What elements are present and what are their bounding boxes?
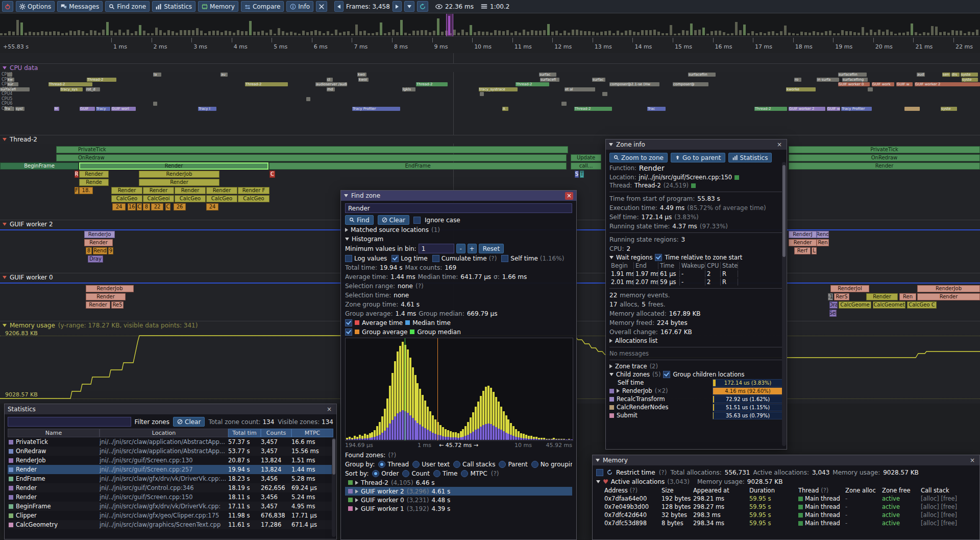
checkbox[interactable] xyxy=(501,255,508,262)
cpu-segment[interactable]: dis xyxy=(951,73,960,77)
find-zone-button[interactable]: Find zone xyxy=(105,1,150,12)
zone-onredraw[interactable]: OnRedraw xyxy=(789,154,980,161)
cpu-segment[interactable]: syste xyxy=(941,107,957,111)
scrollbar-thumb[interactable] xyxy=(782,165,786,257)
group-by-parent[interactable]: Parent xyxy=(499,461,527,468)
column-thread[interactable]: Thread(?) xyxy=(798,487,845,494)
column-size[interactable]: Size xyxy=(662,487,693,494)
zone-render[interactable]: Render xyxy=(866,293,898,300)
checkbox[interactable] xyxy=(391,255,399,262)
matched-locations-row[interactable]: Matched source locations (1) xyxy=(345,225,572,234)
cpu-segment[interactable]: Tracy Profiler xyxy=(841,107,872,111)
zone-render[interactable]: Render xyxy=(143,187,174,194)
cpu-segment[interactable]: au xyxy=(220,73,228,77)
group-by-no-grouping[interactable]: No grouping xyxy=(531,461,572,468)
prev-frame-button[interactable] xyxy=(334,1,344,12)
cpu-segment[interactable]: surfacefl xyxy=(0,87,30,91)
zone-privatetick[interactable]: PrivateTick xyxy=(789,146,980,153)
sort-by-order[interactable]: Order xyxy=(372,470,399,477)
cpu-segment[interactable]: composer@ xyxy=(673,82,708,86)
find-zone-titlebar[interactable]: Find zone × xyxy=(341,191,576,201)
zone-render[interactable]: Render xyxy=(84,239,113,246)
zone-18-[interactable]: 18. xyxy=(79,187,93,194)
collapse-icon[interactable] xyxy=(345,238,349,241)
zone-9[interactable]: 9 xyxy=(108,247,113,254)
cpu-segment[interactable]: Thread-2 xyxy=(516,82,549,86)
histogram-section-row[interactable]: Histogram xyxy=(345,234,572,243)
close-icon[interactable]: × xyxy=(325,406,333,413)
zone-render[interactable]: Render xyxy=(917,293,980,300)
column-zone-free[interactable]: Zone free xyxy=(882,487,921,494)
checkbox[interactable] xyxy=(345,255,352,262)
histogram-plot[interactable] xyxy=(345,338,573,441)
options-button[interactable]: Options xyxy=(16,1,55,12)
option-cumulate-time[interactable]: Cumulate time(?) xyxy=(432,255,497,262)
cpu-segment[interactable]: tracy_sys xyxy=(60,87,83,91)
collapse-icon[interactable] xyxy=(3,276,7,279)
cpu-segment[interactable] xyxy=(561,102,567,106)
cpu-segment[interactable]: GUIF work xyxy=(872,82,894,86)
zone-trace-row[interactable]: Zone trace (2) xyxy=(609,362,783,370)
allocation-row[interactable]: 0x7dfaa64e00192 bytes298.21 ms59.95 sMai… xyxy=(596,495,976,503)
time-ruler[interactable]: +55.83 s 1 ms2 ms3 ms4 ms5 ms6 ms7 ms8 m… xyxy=(0,37,980,54)
zone-t[interactable]: T xyxy=(580,171,584,178)
zone-rend[interactable]: Rend xyxy=(93,247,107,254)
goto-frame-button[interactable] xyxy=(417,1,428,12)
collapse-icon[interactable] xyxy=(344,194,348,197)
table-row[interactable]: Clipperjni/../jni/src/claw/gfx/geo/Clipp… xyxy=(8,511,333,520)
zone-render[interactable]: Render xyxy=(79,171,109,178)
zone-onredraw[interactable]: OnRedraw xyxy=(56,154,567,161)
zone-render[interactable]: Render xyxy=(789,239,817,246)
cpu-segment[interactable]: A xyxy=(502,107,508,111)
checkbox[interactable] xyxy=(345,328,352,336)
clear-button[interactable]: Clear xyxy=(378,215,409,225)
cpu-segment[interactable]: aud xyxy=(917,73,925,77)
messages-button[interactable]: Messages xyxy=(57,1,103,12)
cpu-segment[interactable]: syste xyxy=(961,73,978,77)
zone-8[interactable]: 8 xyxy=(86,247,92,254)
cpu-segment[interactable]: Trac xyxy=(647,107,666,111)
memory-button[interactable]: Memory xyxy=(198,1,238,12)
cpu-segment[interactable]: GUIF worker 2 xyxy=(915,82,980,86)
zone-renderjo[interactable]: RenderJo xyxy=(84,231,115,238)
sort-by-time[interactable]: Time xyxy=(433,470,457,477)
frames-counter[interactable]: Frames: 3,458 xyxy=(346,3,390,10)
next-frame-button[interactable] xyxy=(393,1,402,12)
source-location[interactable]: jni/../jni/src/guif/Screen.cpp:150 xyxy=(639,174,732,181)
cpu-segment[interactable]: syste xyxy=(962,78,978,82)
frame-overview-strip[interactable] xyxy=(0,14,980,37)
zone-calcgeo[interactable]: CalcGeo xyxy=(238,195,270,202)
zone-c[interactable]: C xyxy=(165,203,170,210)
zone-dra[interactable]: Dra xyxy=(829,301,838,309)
zone-24[interactable]: 24 xyxy=(206,203,218,210)
callstack-cell[interactable]: [alloc] [free] xyxy=(921,503,976,510)
cpu-segment[interactable]: ro xyxy=(794,78,801,82)
zone-statistics-button[interactable]: Statistics xyxy=(728,153,772,162)
cpu-segment[interactable]: GUIF w xyxy=(827,107,840,111)
clear-filter-button[interactable]: Clear xyxy=(173,417,205,427)
expand-icon[interactable] xyxy=(355,481,358,485)
radio[interactable] xyxy=(499,461,506,468)
expand-icon[interactable] xyxy=(617,389,620,393)
zone-c[interactable]: C xyxy=(137,203,142,210)
table-row[interactable]: Renderjni/../jni/src/guif/Screen.cpp:150… xyxy=(8,492,333,502)
child-zones-row[interactable]: Child zones (5) Group children locations xyxy=(609,370,783,379)
cpu-segment[interactable]: surfaceflin xyxy=(688,73,716,77)
cpu-segment[interactable]: Thread-2 xyxy=(416,82,448,86)
child-zone-row[interactable]: Self time172.14 us (3.83%) xyxy=(609,379,783,387)
time-relative-checkbox[interactable] xyxy=(655,254,662,261)
cpu-segment[interactable]: md xyxy=(327,87,335,91)
zone-sel[interactable]: Sel xyxy=(829,310,837,317)
zone-renderjob[interactable]: RenderJob xyxy=(139,171,219,178)
zone-rend[interactable]: Rend xyxy=(817,231,829,238)
expand-icon[interactable] xyxy=(609,339,612,343)
group-by-user-text[interactable]: User text xyxy=(412,461,450,468)
column-location[interactable]: Location xyxy=(100,429,228,437)
collapse-icon[interactable] xyxy=(609,143,613,146)
zone-render[interactable]: Render xyxy=(206,187,237,194)
table-row[interactable]: OnRedrawjni/../jni/src/claw/application/… xyxy=(8,447,333,456)
cpu-segment[interactable]: Tracy I xyxy=(198,107,216,111)
zone-dray[interactable]: Dray xyxy=(88,255,103,263)
column-total-time[interactable]: Total tim xyxy=(228,429,261,437)
cpu-segment[interactable]: la xyxy=(153,73,161,77)
